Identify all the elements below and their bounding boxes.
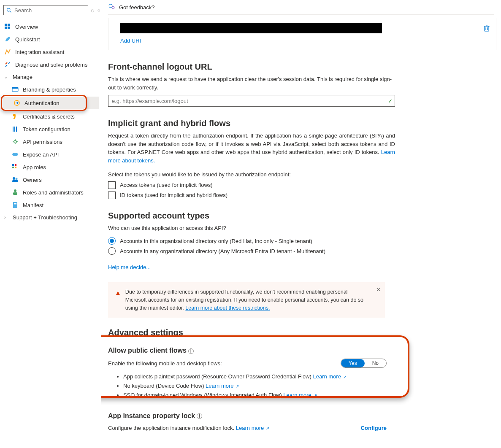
svg-rect-22 [12,180,18,182]
acct-radio-single[interactable]: Accounts in this organizational director… [108,237,494,245]
toggle-no[interactable]: No [365,359,386,367]
nav-support-section[interactable]: › Support + Troubleshooting [0,211,101,224]
branding-icon [12,86,19,93]
search-box[interactable] [3,5,88,15]
quickstart-icon [4,36,11,43]
feedback-bar[interactable]: Got feedback? [108,0,494,15]
diagnose-icon [4,61,11,68]
nav-certs[interactable]: Certificates & secrets [0,110,101,123]
toggle-yes[interactable]: Yes [341,359,365,367]
info-icon[interactable]: i [188,348,194,354]
chevron-right-icon: › [4,215,9,220]
logout-title: Front-channel logout URL [108,62,494,72]
flow-item-3: SSO for domain-joined Windows (Windows I… [123,391,494,400]
svg-rect-27 [14,205,16,205]
chevron-down-icon: ⌄ [4,75,9,79]
svg-rect-5 [8,27,10,29]
svg-point-9 [13,114,16,116]
svg-rect-4 [5,27,7,29]
info-banner: ▲ Due to temporary differences in suppor… [108,282,385,318]
svg-rect-19 [15,167,16,168]
svg-rect-3 [8,24,10,26]
close-banner-icon[interactable]: ✕ [376,286,381,294]
expose-icon [12,151,19,158]
redirect-uri-input[interactable] [120,23,382,33]
lock-learn-link[interactable]: Learn more ↗ [236,425,269,431]
warning-icon: ▲ [115,288,121,312]
api-perm-icon [12,138,19,145]
radio-multi-tenant[interactable] [108,247,116,255]
logout-desc: This is where we send a request to have … [108,75,395,92]
flows-list: App collects plaintext password (Resourc… [123,372,494,400]
nav-api-permissions[interactable]: API permissions [0,135,101,148]
help-decide-link[interactable]: Help me decide... [108,264,151,270]
svg-rect-17 [15,164,16,166]
implicit-title: Implicit grant and hybrid flows [108,119,494,128]
nav-manifest[interactable]: Manifest [0,199,101,211]
select-tokens-text: Select the tokens you would like to be i… [108,170,395,179]
flow1-learn-link[interactable]: Learn more ↗ [313,373,346,380]
banner-link[interactable]: Learn more about these restrictions. [185,305,270,311]
nav-manage-section[interactable]: ⌄ Manage [0,71,101,83]
nav-token[interactable]: Token configuration [0,123,101,135]
configure-link[interactable]: Configure [361,425,387,431]
svg-rect-10 [14,116,16,119]
main-content: Got feedback? Add URI Front-channel logo… [101,0,501,448]
svg-rect-30 [485,26,489,31]
public-flows-title: Allow public client flowsi [108,347,494,354]
nav-diagnose[interactable]: Diagnose and solve problems [0,58,101,71]
sidebar: ◇ « Overview Quickstart Integration assi… [0,0,101,448]
svg-point-0 [7,8,10,11]
nav-app-roles[interactable]: App roles [0,161,101,173]
add-uri-link[interactable]: Add URI [120,38,141,44]
svg-rect-24 [13,192,17,195]
nav-quickstart[interactable]: Quickstart [0,33,101,46]
id-token-checkbox-row[interactable]: ID tokens (used for implicit and hybrid … [108,192,494,199]
collapse-sidebar-icon[interactable]: « [97,8,100,13]
svg-rect-12 [14,127,15,132]
search-input[interactable] [14,7,85,13]
svg-rect-7 [12,87,18,89]
nav-expose-api[interactable]: Expose an API [0,148,101,161]
info-icon[interactable]: i [197,413,202,419]
nav-integration[interactable]: Integration assistant [0,46,101,58]
lock-title: App instance property locki [108,412,494,420]
external-icon: ↗ [235,384,239,389]
delete-uri-icon[interactable] [483,24,490,32]
expand-icon[interactable]: ◇ [91,8,94,13]
logout-url-input[interactable] [108,95,395,107]
nav-roles-admin[interactable]: Roles and administrators [0,186,101,199]
svg-point-21 [16,178,18,180]
svg-point-15 [12,153,18,156]
enable-flows-text: Enable the following mobile and desktop … [108,359,332,368]
overview-icon [4,23,11,30]
access-token-checkbox[interactable] [108,181,116,189]
svg-point-29 [112,6,114,9]
certs-icon [12,113,19,120]
flow-item-1: App collects plaintext password (Resourc… [123,372,494,381]
manifest-icon [12,202,19,208]
check-icon: ✓ [388,98,393,104]
svg-point-23 [14,189,16,192]
flow-item-2: No keyboard (Device Code Flow) Learn mor… [123,381,494,391]
nav-owners[interactable]: Owners [0,173,101,186]
truncated-link[interactable] [120,18,490,21]
acct-radio-multi[interactable]: Accounts in any organizational directory… [108,247,494,255]
flow2-learn-link[interactable]: Learn more ↗ [206,383,239,389]
nav-overview[interactable]: Overview [0,20,101,33]
implicit-desc: Request a token directly from the author… [108,132,395,165]
radio-single-tenant[interactable] [108,237,116,245]
access-token-checkbox-row[interactable]: Access tokens (used for implicit flows) [108,181,494,189]
roles-admin-icon [12,189,19,196]
acct-title: Supported account types [108,211,494,221]
external-icon: ↗ [342,375,347,379]
app-roles-icon [12,164,19,170]
svg-rect-2 [5,24,7,26]
flow3-learn-link[interactable]: Learn more ↗ [283,392,317,398]
svg-rect-11 [13,127,14,132]
svg-point-20 [13,177,15,180]
nav-branding[interactable]: Branding & properties [0,83,101,96]
id-token-checkbox[interactable] [108,192,116,199]
public-flows-toggle[interactable]: Yes No [341,359,387,368]
acct-who: Who can use this application or access t… [108,224,395,232]
